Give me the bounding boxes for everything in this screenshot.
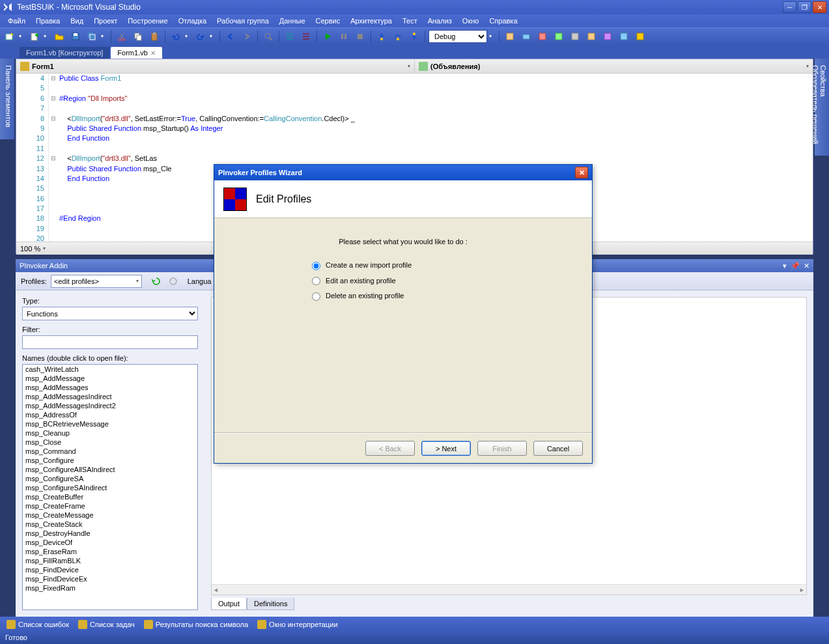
tool-icon-7[interactable] bbox=[600, 29, 615, 44]
list-item[interactable]: msp_FixedRam bbox=[23, 583, 197, 593]
tool-icon-8[interactable] bbox=[617, 29, 631, 44]
list-item[interactable]: msp_Close bbox=[23, 438, 197, 447]
menu-тест[interactable]: Тест bbox=[397, 16, 423, 26]
nav-back-icon[interactable] bbox=[223, 29, 238, 44]
bottom-link[interactable]: Результаты поиска символа bbox=[144, 620, 248, 629]
doc-tab[interactable]: Form1.vb✕ bbox=[111, 47, 162, 59]
config-select[interactable]: Debug bbox=[429, 30, 487, 43]
list-item[interactable]: msp_CreateMessage bbox=[23, 511, 197, 520]
menu-справка[interactable]: Справка bbox=[484, 16, 522, 26]
step-out-icon[interactable] bbox=[407, 29, 421, 44]
menu-анализ[interactable]: Анализ bbox=[423, 16, 457, 26]
copy-icon[interactable] bbox=[131, 29, 145, 44]
save-all-icon[interactable] bbox=[85, 29, 99, 44]
list-item[interactable]: msp_CreateFrame bbox=[23, 501, 197, 511]
add-dropdown-icon[interactable]: ▾ bbox=[44, 33, 50, 39]
list-item[interactable]: msp_FindDeviceEx bbox=[23, 574, 197, 583]
toolbox-panel-tab[interactable]: Панель элементов bbox=[0, 59, 14, 139]
panel-close-icon[interactable]: ✕ bbox=[804, 262, 809, 270]
refresh-icon[interactable] bbox=[150, 275, 163, 288]
comment-icon[interactable] bbox=[283, 29, 297, 44]
list-item[interactable]: msp_AddMessages bbox=[23, 383, 197, 392]
list-item[interactable]: msp_Command bbox=[23, 447, 197, 456]
right-panel-tabs[interactable]: СвойстваОбозреватель решений bbox=[815, 59, 829, 156]
panel-pin-icon[interactable]: 📌 bbox=[791, 262, 800, 270]
wizard-back-button[interactable]: < Back bbox=[365, 441, 415, 456]
stop-refresh-icon[interactable] bbox=[167, 275, 180, 288]
tool-icon-4[interactable] bbox=[552, 29, 566, 44]
open-icon[interactable] bbox=[52, 29, 66, 44]
list-item[interactable]: msp_AddressOf bbox=[23, 410, 197, 419]
fold-gutter[interactable]: ⊟⊟⊟⊟ bbox=[49, 74, 58, 242]
list-item[interactable]: msp_FillRamBLK bbox=[23, 556, 197, 565]
list-item[interactable]: msp_AddMessage bbox=[23, 374, 197, 383]
bottom-link[interactable]: Список задач bbox=[78, 620, 135, 629]
list-item[interactable]: msp_BCRetrieveMessage bbox=[23, 419, 197, 428]
panel-dropdown-icon[interactable]: ▾ bbox=[783, 262, 787, 270]
list-item[interactable]: msp_FindDevice bbox=[23, 565, 197, 574]
step-into-icon[interactable] bbox=[374, 29, 389, 44]
list-item[interactable]: msp_ConfigureSAIndirect bbox=[23, 483, 197, 492]
list-item[interactable]: cash_WriteLatch bbox=[23, 365, 197, 374]
menu-построение[interactable]: Построение bbox=[122, 16, 173, 26]
list-item[interactable]: msp_Configure bbox=[23, 456, 197, 465]
filter-input[interactable] bbox=[22, 335, 198, 349]
list-item[interactable]: msp_CreateStack bbox=[23, 520, 197, 529]
list-item[interactable]: msp_EraseRam bbox=[23, 547, 197, 556]
uncomment-icon[interactable] bbox=[299, 29, 313, 44]
redo-dropdown-icon[interactable]: ▾ bbox=[210, 33, 216, 39]
list-item[interactable]: msp_AddMessagesIndirect2 bbox=[23, 401, 197, 410]
wizard-close-button[interactable]: ✕ bbox=[575, 167, 588, 178]
tool-icon-9[interactable] bbox=[633, 29, 647, 44]
tool-icon-2[interactable] bbox=[519, 29, 533, 44]
wizard-cancel-button[interactable]: Cancel bbox=[533, 441, 583, 456]
menu-данные[interactable]: Данные bbox=[274, 16, 311, 26]
tool-icon-6[interactable] bbox=[584, 29, 598, 44]
names-listbox[interactable]: cash_WriteLatchmsp_AddMessagemsp_AddMess… bbox=[22, 364, 198, 610]
undo-icon[interactable] bbox=[169, 29, 183, 44]
save-dropdown-icon[interactable]: ▾ bbox=[101, 33, 107, 39]
radio-create[interactable] bbox=[312, 262, 320, 270]
tab-close-icon[interactable]: ✕ bbox=[150, 49, 156, 57]
wizard-option-edit[interactable]: Edit an existing profile bbox=[312, 277, 494, 286]
list-item[interactable]: msp_Cleanup bbox=[23, 428, 197, 438]
menu-отладка[interactable]: Отладка bbox=[173, 16, 212, 26]
cut-icon[interactable] bbox=[115, 29, 129, 44]
wizard-finish-button[interactable]: Finish bbox=[477, 441, 527, 456]
list-item[interactable]: msp_ConfigureSA bbox=[23, 474, 197, 483]
menu-рабочая группа[interactable]: Рабочая группа bbox=[212, 16, 274, 26]
new-project-icon[interactable] bbox=[3, 29, 17, 44]
list-item[interactable]: msp_DestroyHandle bbox=[23, 529, 197, 538]
maximize-button[interactable]: ❐ bbox=[798, 1, 811, 13]
menu-проект[interactable]: Проект bbox=[89, 16, 122, 26]
step-over-icon[interactable] bbox=[391, 29, 405, 44]
close-button[interactable]: ✕ bbox=[813, 1, 826, 13]
minimize-button[interactable]: ─ bbox=[783, 1, 796, 13]
menu-окно[interactable]: Окно bbox=[457, 16, 485, 26]
menu-файл[interactable]: Файл bbox=[3, 16, 31, 26]
menu-правка[interactable]: Правка bbox=[31, 16, 65, 26]
add-item-icon[interactable] bbox=[27, 29, 42, 44]
class-dropdown[interactable]: Form1▾ bbox=[16, 59, 415, 73]
doc-tab[interactable]: Form1.vb [Конструктор] bbox=[20, 47, 109, 59]
type-select[interactable]: Functions bbox=[22, 307, 198, 320]
radio-edit[interactable] bbox=[312, 277, 320, 285]
scroll-left-icon[interactable]: ◄ bbox=[213, 587, 219, 593]
menu-архитектура[interactable]: Архитектура bbox=[345, 16, 397, 26]
find-icon[interactable] bbox=[261, 29, 275, 44]
zoom-caret-icon[interactable]: ▾ bbox=[43, 245, 46, 251]
list-item[interactable]: msp_CreateBuffer bbox=[23, 492, 197, 501]
scroll-right-icon[interactable]: ► bbox=[799, 587, 805, 593]
start-icon[interactable] bbox=[320, 29, 335, 44]
list-item[interactable]: msp_DeviceOf bbox=[23, 538, 197, 547]
bottom-link[interactable]: Окно интерпретации bbox=[257, 620, 337, 629]
wizard-titlebar[interactable]: PInvoker Profiles Wizard ✕ bbox=[214, 165, 592, 180]
list-item[interactable]: msp_ConfigureAllSAIndirect bbox=[23, 465, 197, 474]
new-dropdown-icon[interactable]: ▾ bbox=[19, 33, 25, 39]
wizard-option-delete[interactable]: Delete an existing profile bbox=[312, 292, 494, 301]
nav-fwd-icon[interactable] bbox=[240, 29, 254, 44]
radio-delete[interactable] bbox=[312, 292, 320, 301]
tool-icon-3[interactable] bbox=[535, 29, 550, 44]
menu-сервис[interactable]: Сервис bbox=[311, 16, 346, 26]
stop-icon[interactable] bbox=[353, 29, 367, 44]
